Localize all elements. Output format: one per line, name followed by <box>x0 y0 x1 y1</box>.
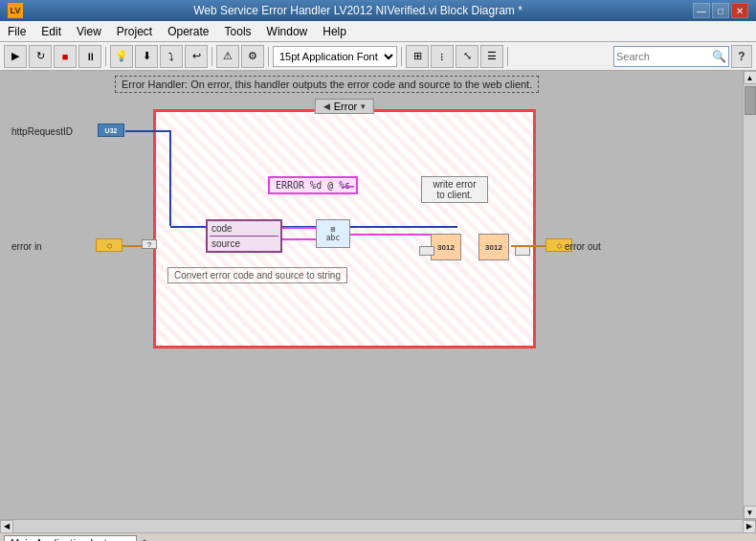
scroll-down-arrow[interactable]: ▼ <box>744 506 757 519</box>
frame-dropdown-icon[interactable]: ▾ <box>361 101 366 111</box>
menu-operate[interactable]: Operate <box>160 21 216 41</box>
invoke-node-1: 3012 <box>431 234 461 260</box>
canvas-area[interactable]: Error Handler: On error, this handler ou… <box>0 71 756 519</box>
help-button[interactable]: ? <box>731 45 752 68</box>
status-arrow: < <box>141 537 146 541</box>
toolbar-abort[interactable]: ■ <box>54 45 77 68</box>
toolbar-warn[interactable]: ⚠ <box>216 45 239 68</box>
status-bar: Main Application Instance < <box>0 532 756 541</box>
wire-code <box>282 227 319 229</box>
maximize-button[interactable]: □ <box>712 3 729 18</box>
toolbar-resize[interactable]: ⤡ <box>456 45 478 68</box>
frame-arrow-icon: ◀ <box>323 101 330 111</box>
invoke-label-1: 3012 <box>437 243 455 252</box>
toolbar-align[interactable]: ⊞ <box>406 45 429 68</box>
close-button[interactable]: ✕ <box>731 3 748 18</box>
minimize-button[interactable]: — <box>693 3 710 18</box>
menu-view[interactable]: View <box>69 21 109 41</box>
connector-node-1 <box>419 246 434 256</box>
wire-error-out <box>511 245 545 247</box>
error-out-label: error out <box>565 241 601 252</box>
menu-project[interactable]: Project <box>109 21 160 41</box>
toolbar-step-into[interactable]: ⬇ <box>135 45 158 68</box>
http-terminal: U32 <box>98 124 124 137</box>
write-error-label: write error to client. <box>428 179 481 200</box>
scroll-left-arrow[interactable]: ◀ <box>0 520 13 533</box>
frame-label-text: Error <box>334 101 357 112</box>
toolbar-step-over[interactable]: ⤵ <box>160 45 183 68</box>
bool-node: ? <box>142 239 157 249</box>
toolbar-sep4 <box>401 47 402 66</box>
menu-tools[interactable]: Tools <box>217 21 259 41</box>
status-instance: Main Application Instance <box>4 535 137 542</box>
title-text: Web Service Error Handler LV2012 NIVerif… <box>23 4 693 17</box>
wire-error-str <box>343 186 354 188</box>
toolbar-reorder[interactable]: ☰ <box>480 45 503 68</box>
title-bar: LV Web Service Error Handler LV2012 NIVe… <box>0 0 756 21</box>
toolbar-run-continuously[interactable]: ↻ <box>29 45 52 68</box>
search-box-container: 🔍 <box>613 46 729 67</box>
scroll-thumb[interactable] <box>745 86 756 115</box>
toolbar-sep3 <box>268 47 269 66</box>
code-source-box: code source <box>206 219 282 253</box>
toolbar: ▶ ↻ ■ ⏸ 💡 ⬇ ⤵ ↩ ⚠ ⚙ 15pt Application Fon… <box>0 42 756 71</box>
app-icon: LV <box>8 3 23 18</box>
menu-file[interactable]: File <box>0 21 33 41</box>
scrollbar-right[interactable]: ▲ ▼ <box>743 71 756 519</box>
toolbar-sep2 <box>211 47 212 66</box>
format-string-node: ⊞abc <box>316 219 350 248</box>
toolbar-step-out[interactable]: ↩ <box>185 45 208 68</box>
menu-bar: File Edit View Project Operate Tools Win… <box>0 21 756 42</box>
comment-box: Error Handler: On error, this handler ou… <box>115 76 539 93</box>
search-input[interactable] <box>616 47 712 66</box>
font-selector[interactable]: 15pt Application Font <box>273 46 397 67</box>
write-error-box: write error to client. <box>421 176 488 203</box>
source-label: source <box>208 237 280 251</box>
code-label: code <box>208 221 280 236</box>
invoke-node-2: 3012 <box>478 234 509 260</box>
title-controls: — □ ✕ <box>693 3 748 18</box>
wire-http <box>125 130 171 132</box>
search-icon: 🔍 <box>712 50 726 63</box>
connector-node-2 <box>515 246 530 256</box>
http-request-label: httpRequestID <box>11 126 73 137</box>
toolbar-sep5 <box>507 47 508 66</box>
wire-http-v <box>169 130 171 226</box>
toolbar-sep1 <box>105 47 106 66</box>
frame-label: ◀ Error ▾ <box>315 99 374 114</box>
error-in-terminal: ⬡ <box>96 238 122 252</box>
menu-edit[interactable]: Edit <box>33 21 69 41</box>
title-bar-left: LV <box>8 3 23 18</box>
convert-label: Convert error code and source to string <box>167 267 347 283</box>
error-in-label: error in <box>11 241 42 252</box>
toolbar-distribute[interactable]: ⫶ <box>431 45 454 68</box>
scroll-up-arrow[interactable]: ▲ <box>744 71 757 84</box>
menu-window[interactable]: Window <box>259 21 316 41</box>
toolbar-highlight[interactable]: 💡 <box>110 45 133 68</box>
wire-source <box>282 238 319 240</box>
menu-help[interactable]: Help <box>315 21 354 41</box>
toolbar-run[interactable]: ▶ <box>4 45 27 68</box>
scrollbar-bottom[interactable]: ◀ ▶ <box>0 519 756 532</box>
toolbar-retain[interactable]: ⚙ <box>241 45 264 68</box>
invoke-label-2: 3012 <box>485 243 502 252</box>
toolbar-pause[interactable]: ⏸ <box>78 45 101 68</box>
wire-error-in <box>122 245 142 247</box>
scroll-right-arrow[interactable]: ▶ <box>743 520 756 533</box>
